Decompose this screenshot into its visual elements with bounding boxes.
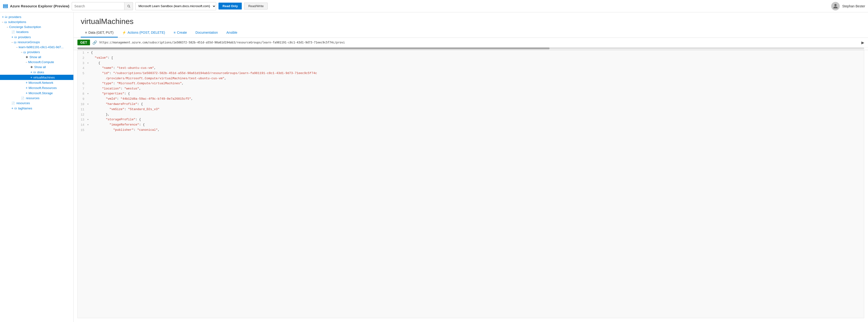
content-header: virtualMachines [73,12,868,28]
sidebar-label: resourceGroups [18,40,40,44]
expand-icon: − [21,51,22,54]
sidebar-label: resources [17,101,30,105]
sidebar-item-providers-rg[interactable]: − 🗂 providers [0,50,73,55]
sidebar-item-show-all-providers[interactable]: ✱ Show all [0,55,73,60]
collapse-icon [87,128,91,128]
collapse-icon[interactable]: ▾ [87,91,91,96]
tab-documentation[interactable]: Documentation [191,28,222,37]
sidebar-label: Show all [34,65,46,69]
sidebar-label: subscriptions [8,20,26,24]
sidebar-item-microsoft-network[interactable]: + Microsoft.Network [0,80,73,85]
sidebar-item-resources-rg[interactable]: 📄 resources [0,96,73,101]
tab-documentation-label: Documentation [195,31,218,34]
collapse-icon[interactable]: ▾ [87,50,91,55]
get-badge: GET [78,40,90,45]
tab-ansible[interactable]: Ansible [222,28,242,37]
tab-create[interactable]: ≡ Create [169,28,191,37]
sidebar-item-disks[interactable]: + 🗂 disks [0,69,73,75]
code-line-6: 6 "type": "Microsoft.Compute/virtualMach… [78,81,864,86]
sidebar-item-locations[interactable]: 📄 locations [0,29,73,34]
sidebar-item-tag-names[interactable]: + 🗂 tagNames [0,106,73,111]
code-line-13: 13 ▾ "storageProfile": { [78,117,864,123]
scroll-right-icon[interactable]: ▶ [861,40,864,45]
code-line-1: 1 ▾ { [78,50,864,56]
sidebar-item-microsoft-resources[interactable]: + Microsoft.Resources [0,85,73,90]
star-icon: ✱ [26,56,28,59]
plus-icon: + [26,91,28,95]
sidebar-item-resources-top[interactable]: 📄 resources [0,101,73,106]
line-number: 12 [78,112,87,118]
collapse-icon[interactable]: ▾ [87,123,91,127]
subscription-select[interactable]: Microsoft Learn Sandbox (learn.docs.micr… [135,2,216,10]
collapse-icon [87,66,91,66]
svg-rect-0 [3,4,8,5]
tab-data[interactable]: ≡ Data (GET, PUT) [81,28,118,37]
code-line-2: 2 "value": [ [78,56,864,61]
sidebar-label: resources [26,96,39,100]
sidebar-item-subscriptions[interactable]: − 🗂 subscriptions [0,20,73,25]
line-number: 9 [78,97,87,102]
expand-icon: − [2,21,3,24]
plus-icon: + [26,81,28,85]
tab-actions[interactable]: ⚡ Actions (POST, DELETE) [118,28,169,37]
expand-icon: − [16,46,18,49]
sidebar-label: locations [17,30,29,34]
user-name: Stephan Bester [842,4,865,8]
expand-icon: − [26,61,27,64]
app-icon-svg [3,4,8,9]
code-line-9: 9 "vmId": "44b12d8a-59ac-4f9c-b749-0e7a2… [78,97,864,102]
collapse-icon[interactable]: ▾ [87,102,91,106]
url-scrollbar[interactable] [78,47,864,50]
collapse-icon [87,97,91,97]
collapse-icon[interactable] [87,56,91,56]
collapse-icon [87,86,91,87]
collapse-icon [87,107,91,107]
collapse-icon[interactable]: ▾ [87,61,91,65]
code-content: "properties": { [91,91,864,96]
folder-icon: 🗂 [14,106,17,110]
sidebar-item-microsoft-compute[interactable]: − Microsoft.Compute [0,60,73,65]
read-only-button[interactable]: Read Only [218,3,242,9]
code-line-8: 8 ▾ "properties": { [78,91,864,97]
code-content: "storageProfile": { [91,117,864,122]
line-number: 5 [78,71,87,76]
expand-icon: − [11,41,13,44]
url-text: https://management.azure.com/subscriptio… [99,41,859,44]
sidebar-label: providers [8,15,21,19]
sidebar-item-providers-top[interactable]: + 🗂 providers [0,14,73,20]
tabs: ≡ Data (GET, PUT) ⚡ Actions (POST, DELET… [73,28,868,38]
collapse-icon [87,71,91,71]
tab-data-label: Data (GET, PUT) [88,31,114,34]
sidebar-item-concierge-sub[interactable]: − Concierge Subscription [0,25,73,29]
sidebar-label: tagNames [18,106,32,110]
sidebar-item-resource-groups[interactable]: − 🗂 resourceGroups [0,40,73,44]
code-area[interactable]: 1 ▾ { 2 "value": [ 3 ▾ { 4 "name": "test… [78,50,864,318]
sidebar-item-microsoft-storage[interactable]: + Microsoft.Storage [0,90,73,96]
folder-icon: 🗂 [5,15,8,19]
sidebar-label: Microsoft.Storage [29,91,53,95]
sidebar-item-learn-rg[interactable]: − learn-fa981191-c8c1-43d1-9d7... [0,44,73,50]
sidebar-item-virtual-machines[interactable]: + virtualMachines [0,75,73,80]
line-number: 8 [78,91,87,97]
sidebar-item-providers-sub[interactable]: + 🗂 providers [0,34,73,40]
code-content: }, [91,112,864,117]
sidebar-item-show-all-compute[interactable]: ✱ Show all [0,65,73,69]
url-scrollbar-container [73,47,868,50]
sidebar-label: virtualMachines [33,76,55,79]
plus-icon: + [30,75,32,79]
url-bar: GET 🔗 https://management.azure.com/subsc… [73,38,868,47]
line-number [78,76,87,76]
collapse-icon[interactable]: ▾ [87,117,91,122]
read-write-button[interactable]: Read/Write [244,3,268,9]
url-scrollbar-thumb [78,47,550,50]
sidebar-label: Microsoft.Compute [28,60,54,64]
sidebar-label: Concierge Subscription [9,25,41,29]
sidebar-label: Show all [29,55,41,59]
tab-ansible-label: Ansible [226,31,237,34]
folder-icon: 🗂 [14,40,17,44]
create-stack-icon: ≡ [174,31,176,34]
code-line-12: 12 }, [78,112,864,118]
search-input[interactable] [72,2,124,10]
search-button[interactable] [124,2,133,10]
code-content: "type": "Microsoft.Compute/virtualMachin… [91,81,864,86]
